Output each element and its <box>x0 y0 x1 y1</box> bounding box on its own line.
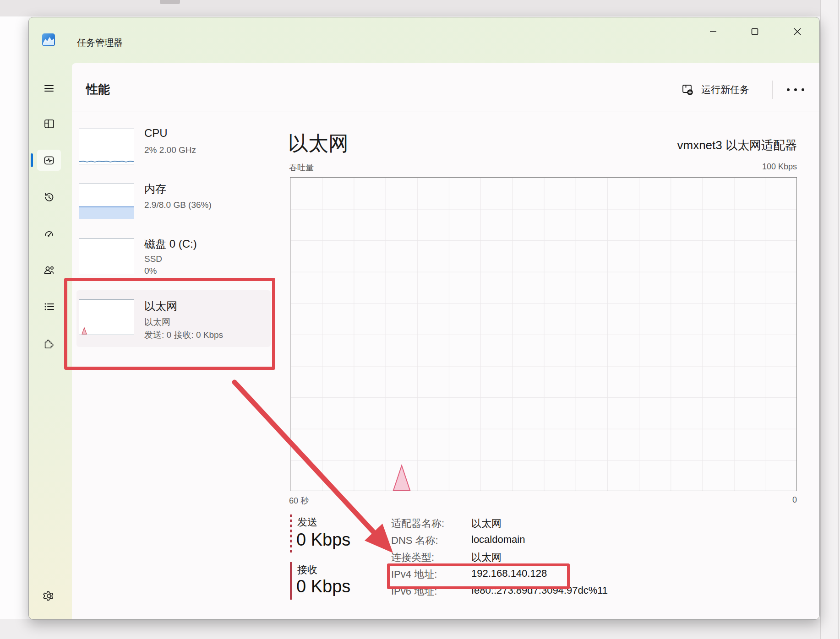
settings-icon <box>43 590 55 602</box>
memory-mini-chart <box>79 184 134 219</box>
info-label-ipv4: IPv4 地址: <box>391 568 437 581</box>
task-manager-logo <box>42 33 55 46</box>
perf-item-subtitle2: 0% <box>144 266 157 276</box>
desktop-bottom-band <box>0 619 820 639</box>
processes-icon <box>43 118 55 130</box>
desktop-tab-fragment <box>160 0 180 4</box>
desktop-right-column <box>820 0 840 639</box>
sidebar-item-users[interactable] <box>37 260 61 281</box>
receive-value: 0 Kbps <box>296 577 350 596</box>
new-task-icon <box>681 83 695 97</box>
receive-label: 接收 <box>297 563 317 577</box>
maximize-icon <box>750 27 760 37</box>
services-icon <box>43 338 55 350</box>
cpu-mini-chart <box>79 129 134 164</box>
sidebar-item-performance[interactable] <box>37 150 61 171</box>
perf-item-subtitle: 2.9/8.0 GB (36%) <box>144 200 212 210</box>
content-panel: 性能 运行新任务 CPU 2% 2.00 GHz <box>72 63 819 619</box>
window-title: 任务管理器 <box>77 37 123 49</box>
sidebar-item-app-history[interactable] <box>37 187 61 208</box>
sidebar-item-services[interactable] <box>37 334 61 355</box>
adapter-name: vmxnet3 以太网适配器 <box>522 137 797 153</box>
info-label-dns: DNS 名称: <box>391 534 438 547</box>
throughput-label: 吞吐量 <box>289 162 314 173</box>
info-value-ipv4: 192.168.140.128 <box>471 568 547 579</box>
network-throughput-chart <box>290 177 797 491</box>
perf-item-title: 内存 <box>144 182 166 196</box>
memory-usage-fill <box>79 206 134 219</box>
run-new-task-button[interactable]: 运行新任务 <box>676 78 754 102</box>
send-label: 发送 <box>297 515 317 529</box>
sidebar-item-startup-apps[interactable] <box>37 223 61 244</box>
info-value-ipv6: fe80::273:89d7:3094:97dc%11 <box>471 585 608 596</box>
info-label-adapter: 适配器名称: <box>391 517 444 531</box>
receive-spike <box>393 466 410 490</box>
hamburger-menu-icon <box>43 82 55 94</box>
maximize-button[interactable] <box>744 23 765 40</box>
toolbar-divider <box>772 81 773 99</box>
info-label-connection-type: 连接类型: <box>391 551 434 564</box>
perf-item-title: CPU <box>144 127 168 140</box>
perf-item-title: 磁盘 0 (C:) <box>144 237 197 251</box>
scale-max-label: 100 Kbps <box>660 162 797 172</box>
perf-item-subtitle2: 发送: 0 接收: 0 Kbps <box>144 329 223 341</box>
selected-nav-accent-pill <box>31 153 33 167</box>
info-value-adapter: 以太网 <box>471 517 502 531</box>
page-title: 性能 <box>86 81 110 97</box>
details-icon <box>43 301 55 313</box>
app-history-icon <box>43 191 55 203</box>
disk-mini-chart <box>79 238 134 274</box>
task-manager-window: 任务管理器 性能 <box>28 17 820 620</box>
minimize-icon <box>708 27 718 37</box>
sidebar-item-processes[interactable] <box>37 113 61 134</box>
x-axis-left-label: 60 秒 <box>289 495 309 506</box>
send-legend-indicator <box>290 514 292 553</box>
perf-item-subtitle: 以太网 <box>144 316 170 328</box>
close-button[interactable] <box>787 23 808 40</box>
minimize-button[interactable] <box>703 23 724 40</box>
sidebar-item-menu[interactable] <box>37 78 61 99</box>
startup-apps-icon <box>43 227 55 239</box>
info-label-ipv6: IPv6 地址: <box>391 585 437 598</box>
more-options-button[interactable] <box>781 81 810 98</box>
sidebar-item-details[interactable] <box>37 296 61 317</box>
desktop-background-band <box>0 0 840 16</box>
desktop-right-line <box>838 0 839 639</box>
info-value-connection-type: 以太网 <box>471 551 502 564</box>
info-value-dns: localdomain <box>471 534 525 546</box>
close-icon <box>792 27 802 37</box>
users-icon <box>43 264 55 276</box>
perf-item-subtitle: SSD <box>144 254 162 264</box>
chart-title: 以太网 <box>288 130 349 157</box>
x-axis-right-label: 0 <box>660 495 797 505</box>
perf-item-title: 以太网 <box>144 299 177 314</box>
performance-icon <box>43 154 55 166</box>
header-divider <box>72 112 819 112</box>
receive-legend-indicator <box>290 562 292 600</box>
send-value: 0 Kbps <box>296 530 350 550</box>
sidebar-item-settings[interactable] <box>37 585 61 607</box>
ellipsis-icon <box>787 88 790 91</box>
perf-item-subtitle: 2% 2.00 GHz <box>144 145 196 155</box>
title-bar[interactable]: 任务管理器 <box>29 17 819 54</box>
ethernet-mini-chart <box>79 299 134 335</box>
run-new-task-label: 运行新任务 <box>701 83 749 96</box>
